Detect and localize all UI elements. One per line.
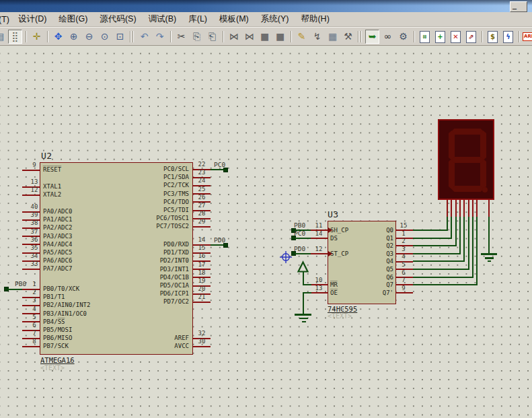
wire-segment[interactable]	[303, 284, 311, 285]
net-label-pb0[interactable]: PB0	[294, 222, 305, 229]
pan-icon[interactable]: ✥	[51, 30, 65, 44]
wire-segment[interactable]	[295, 238, 311, 239]
wire-autoroute-icon[interactable]: ➥	[365, 30, 379, 44]
net-label-pb0[interactable]: PB0	[15, 281, 26, 287]
decompose-icon[interactable]: ⚒	[341, 30, 355, 44]
origin-icon[interactable]: ✛	[30, 30, 44, 44]
block-move-icon[interactable]: ⋈	[242, 30, 256, 44]
ground-symbol[interactable]	[485, 257, 494, 259]
ground-symbol[interactable]	[302, 321, 306, 322]
pin-stub[interactable]	[22, 170, 40, 171]
toolbar-separator[interactable]	[289, 30, 293, 44]
ground-symbol[interactable]	[299, 318, 308, 320]
copy-icon[interactable]: ⎘	[190, 30, 204, 44]
toolbar-separator[interactable]	[45, 30, 50, 44]
wire-segment[interactable]	[8, 289, 22, 290]
wire-segment[interactable]	[413, 277, 473, 278]
remove-sheet-icon[interactable]: ✕	[449, 30, 463, 44]
PB5/MOSI[interactable]: 6PB5/MOSI	[22, 324, 184, 332]
AVCC[interactable]: 30AVCC	[121, 340, 211, 348]
wire-segment[interactable]	[488, 217, 490, 254]
wire-segment[interactable]	[303, 272, 304, 285]
wire-segment[interactable]	[413, 253, 461, 254]
instant-edit-icon[interactable]: ✎	[295, 30, 309, 44]
bill-of-materials-icon[interactable]: $	[486, 30, 500, 44]
zoom-all-icon[interactable]: ⊙	[98, 30, 112, 44]
wire-segment[interactable]	[413, 284, 478, 285]
PC7/TOSC2[interactable]: 29PC7/TOSC2	[121, 220, 211, 228]
menu-item-template[interactable]: 模板(M)	[213, 12, 255, 26]
menu-item-source[interactable]: 源代码(S)	[93, 12, 142, 26]
toolbar-separator[interactable]	[412, 30, 416, 44]
net-label-pc0[interactable]: PC0	[214, 162, 225, 168]
minimize-button[interactable]: _	[510, 1, 527, 12]
undo-icon[interactable]: ↶	[137, 30, 151, 44]
wire-segment[interactable]	[447, 217, 448, 231]
find-icon[interactable]: ∞	[381, 30, 395, 44]
PD7/OC2[interactable]: 21PD7/OC2	[121, 295, 211, 304]
wire-segment[interactable]	[413, 245, 457, 246]
schematic-canvas[interactable]: U2 ATMEGA16 <TEXT> 9R̅E̅S̅E̅T̅ 13XTAL112…	[0, 46, 532, 418]
toolbar-group-separator[interactable]	[356, 30, 364, 44]
display-pin-stub[interactable]	[455, 200, 457, 217]
display-pin-stub[interactable]	[451, 200, 452, 217]
wire-segment[interactable]	[295, 253, 311, 254]
wire-segment[interactable]	[413, 230, 448, 231]
erc-icon[interactable]: ϟ	[501, 30, 515, 44]
zoom-area-icon[interactable]: ⊡	[113, 30, 127, 44]
display-pin-stub[interactable]	[476, 200, 478, 217]
wire-segment[interactable]	[459, 217, 461, 254]
display-pin-stub[interactable]	[447, 200, 448, 217]
PB3/AIN1/OC0[interactable]: 4PB3/AIN1/OC0	[22, 308, 184, 316]
paste-icon[interactable]: ⎗	[205, 30, 219, 44]
block-copy-icon[interactable]: ⋈	[227, 30, 241, 44]
make-device-icon[interactable]: ↯	[310, 30, 324, 44]
wire-segment[interactable]	[463, 217, 465, 262]
wire-segment[interactable]	[413, 260, 465, 262]
display-pin-stub[interactable]	[463, 200, 465, 217]
ground-symbol[interactable]	[481, 253, 497, 255]
pin-stub[interactable]	[193, 226, 211, 228]
net-label-pd0[interactable]: PD0	[214, 237, 225, 244]
toggle-grid-icon[interactable]: ⣿	[8, 30, 22, 44]
display-pin-stub[interactable]	[472, 200, 473, 217]
wire-segment[interactable]	[303, 293, 304, 314]
new-design-icon[interactable]: ▤	[0, 30, 7, 44]
packaging-tool-icon[interactable]: ▦	[326, 30, 340, 44]
ground-symbol[interactable]	[295, 314, 311, 316]
parent-sheet-icon[interactable]: ⇗	[464, 30, 478, 44]
menu-item-system[interactable]: 系统(Y)	[255, 12, 295, 26]
menu-item-help[interactable]: 帮助(H)	[295, 12, 335, 26]
pin-stub[interactable]	[22, 195, 40, 196]
wire-segment[interactable]	[468, 217, 469, 270]
zoom-in-icon[interactable]: ⊕	[67, 30, 81, 44]
property-assignment-icon[interactable]: ⚙	[396, 30, 410, 44]
pin-stub[interactable]	[22, 269, 40, 270]
design-explorer-icon[interactable]: ⌗	[418, 30, 432, 44]
block-rotate-icon[interactable]: ■	[258, 30, 272, 44]
display-pin-stub[interactable]	[488, 200, 490, 217]
Q7'[interactable]: 9Q7'	[336, 287, 413, 295]
zoom-out-icon[interactable]: ⊖	[82, 30, 96, 44]
toolbar-separator[interactable]	[517, 30, 521, 44]
seven-segment-display[interactable]	[438, 119, 494, 200]
pin-stub[interactable]	[311, 292, 328, 293]
PA3/ADC3[interactable]: 37PA3/ADC3	[22, 230, 184, 238]
display-pin-stub[interactable]	[468, 200, 469, 217]
pin-stub[interactable]	[22, 346, 40, 347]
pin-stub[interactable]	[396, 292, 413, 293]
toolbar-separator[interactable]	[168, 30, 173, 44]
netlist-to-ares-icon[interactable]: ARES	[523, 30, 532, 44]
block-delete-icon[interactable]: ■	[273, 30, 287, 44]
pin-stub[interactable]	[193, 302, 211, 303]
menu-item-library[interactable]: 库(L)	[182, 12, 213, 26]
menu-item-design[interactable]: 设计(D)	[12, 12, 52, 26]
toolbar-separator[interactable]	[24, 30, 28, 44]
menu-item-partial[interactable]: (T)	[0, 15, 12, 24]
menu-item-debug[interactable]: 调试(B)	[143, 12, 183, 26]
pin-stub[interactable]	[311, 253, 328, 254]
menu-item-graph[interactable]: 绘图(G)	[52, 12, 93, 26]
PB4/S̅S̅[interactable]: 5PB4/S̅S̅	[22, 316, 184, 324]
pin-stub[interactable]	[193, 346, 211, 347]
toolbar-group-separator[interactable]	[128, 30, 136, 44]
